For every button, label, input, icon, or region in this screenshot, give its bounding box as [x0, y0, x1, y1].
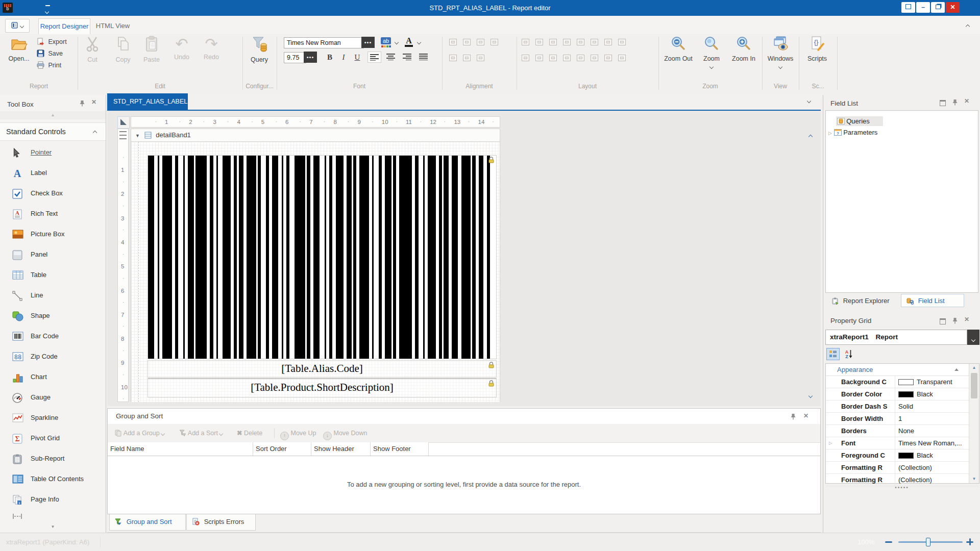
bold-button[interactable]: B — [324, 52, 336, 63]
category-row-appearance[interactable]: Appearance — [826, 364, 979, 376]
property-value[interactable]: Transparent — [895, 376, 969, 388]
scroll-up-icon[interactable]: ▲ — [969, 364, 979, 372]
font-size-input[interactable]: 9.75 — [284, 52, 306, 63]
font-color-button[interactable]: A — [403, 37, 414, 48]
windows-button[interactable]: Windows — [764, 36, 797, 70]
save-button[interactable]: Save — [37, 48, 63, 59]
font-color-dropdown-icon[interactable] — [417, 40, 421, 44]
restore-button[interactable] — [931, 2, 945, 13]
tab-scripts-errors[interactable]: {}✕ Scripts Errors — [186, 514, 256, 531]
field-list-maximize-icon[interactable] — [940, 100, 946, 106]
zoom-slider-thumb[interactable] — [926, 538, 930, 546]
fullscreen-button[interactable] — [901, 2, 915, 13]
tab-report-designer[interactable]: Report Designer — [38, 18, 90, 34]
status-zoom-out-button[interactable] — [885, 541, 892, 543]
column-header-sort-order[interactable]: Sort Order — [253, 442, 311, 456]
property-row[interactable]: ▷FontTimes New Roman,... — [826, 437, 979, 449]
band-canvas[interactable]: [Table.Alias.Code] [Table.Product.ShortD… — [131, 142, 500, 402]
toolbox-pin-icon[interactable] — [79, 100, 85, 107]
band-collapse-icon[interactable] — [119, 131, 127, 139]
horizontal-ruler[interactable]: 1234567891011121314··············· — [131, 116, 500, 128]
zoom-button[interactable]: Zoom — [697, 36, 726, 70]
zoom-out-button[interactable]: Zoom Out — [662, 36, 695, 62]
font-size-more-button[interactable]: ••• — [304, 52, 317, 63]
group-sort-close-icon[interactable]: ✕ — [803, 412, 808, 419]
field-list-close-icon[interactable]: ✕ — [964, 97, 969, 105]
property-value[interactable]: None — [895, 425, 969, 437]
toolbox-item-pointer[interactable]: Pointer — [0, 143, 106, 163]
property-value[interactable]: Black — [895, 388, 969, 400]
toolbox-item-barcode[interactable]: Bar Code — [0, 327, 106, 347]
query-button[interactable]: Query — [244, 36, 275, 63]
toolbox-item-sparkline[interactable]: Sparkline — [0, 408, 106, 429]
font-family-combo[interactable]: Times New Roman — [284, 37, 364, 48]
short-description-label-control[interactable]: [Table.Product.ShortDescription] — [148, 378, 497, 397]
toolbox-item-toc[interactable]: Table Of Contents — [0, 469, 106, 490]
property-grid-pin-icon[interactable] — [952, 317, 958, 324]
status-zoom-in-button[interactable] — [966, 538, 973, 545]
property-value[interactable]: (Collection) — [895, 474, 969, 486]
collapse-ribbon-icon[interactable] — [966, 24, 970, 29]
open-button[interactable]: Open... — [4, 36, 34, 62]
property-value[interactable]: Times New Roman,... — [895, 437, 969, 449]
property-row[interactable]: Border Width1 — [826, 413, 979, 425]
export-button[interactable]: Export — [37, 37, 67, 47]
toolbox-item-gauge[interactable]: Gauge — [0, 388, 106, 408]
barcode-control[interactable] — [148, 155, 497, 359]
field-list-pin-icon[interactable] — [952, 99, 958, 106]
toolbox-item-chart[interactable]: Chart — [0, 367, 106, 388]
toolbox-item-table[interactable]: Table — [0, 265, 106, 286]
underline-button[interactable]: U — [351, 52, 363, 63]
close-button[interactable]: ✕ — [946, 2, 960, 13]
toolbox-close-icon[interactable]: ✕ — [91, 98, 96, 106]
scrollbar-thumb[interactable] — [971, 373, 977, 398]
column-header-field-name[interactable]: Field Name — [108, 442, 253, 456]
column-header-show-footer[interactable]: Show Footer — [371, 442, 429, 456]
property-row[interactable]: Formatting R(Collection) — [826, 462, 979, 474]
report-page[interactable]: ▼ detailBand1 [Table.Alias.Code] [Table.… — [131, 129, 500, 402]
property-value[interactable]: Black — [895, 449, 969, 461]
tab-report-explorer[interactable]: Report Explorer — [825, 294, 900, 308]
align-right-button[interactable] — [400, 52, 414, 63]
property-row[interactable]: Foreground CBlack — [826, 449, 979, 462]
property-value[interactable]: (Collection) — [895, 462, 969, 473]
toolbox-item-checkbox[interactable]: Check Box — [0, 184, 106, 204]
align-center-button[interactable] — [384, 52, 398, 63]
tab-group-and-sort[interactable]: Group and Sort — [109, 514, 186, 531]
design-scroll-down-icon[interactable] — [808, 394, 813, 398]
scripts-button[interactable]: {} Scripts — [801, 36, 833, 62]
zoom-dropdown-icon[interactable] — [709, 65, 714, 69]
tab-field-list[interactable]: Field List — [901, 294, 964, 307]
tree-item-parameters[interactable]: ▷ ? Parameters — [826, 127, 978, 138]
alphabetical-sort-button[interactable]: AZ — [842, 348, 855, 360]
property-row[interactable]: Background CTransparent — [826, 376, 979, 388]
italic-button[interactable]: I — [338, 52, 349, 63]
property-grid-scrollbar[interactable]: ▲ ▼ — [969, 364, 979, 483]
toolbox-item-label[interactable]: A Label — [0, 163, 106, 184]
category-collapse-icon[interactable] — [954, 368, 959, 371]
toolbox-scroll-down[interactable]: ▼ — [0, 524, 106, 532]
document-tab[interactable]: STD_RPT_ALIAS_LABEL ✕ — [107, 93, 188, 110]
tab-html-view[interactable]: HTML View — [93, 18, 133, 34]
highlight-dropdown-icon[interactable] — [395, 40, 399, 44]
panel-splitter-handle[interactable]: ••••• — [823, 486, 980, 491]
band-expand-icon[interactable]: ▼ — [135, 133, 140, 138]
windows-dropdown-icon[interactable] — [778, 65, 782, 69]
tree-item-queries[interactable]: Queries — [826, 116, 978, 127]
alias-code-label-control[interactable]: [Table.Alias.Code] — [148, 360, 497, 378]
toolbox-item-richtext[interactable]: A Rich Text — [0, 204, 106, 224]
toolbox-item-picturebox[interactable]: Picture Box — [0, 224, 106, 245]
toolbox-item-line[interactable]: Line — [0, 286, 106, 306]
object-selector[interactable]: xtraReport1 Report — [825, 330, 967, 345]
property-grid-close-icon[interactable]: ✕ — [964, 316, 969, 323]
expander-icon[interactable]: ▷ — [828, 131, 832, 136]
detail-band-header[interactable]: ▼ detailBand1 — [131, 129, 500, 142]
toolbox-item-subreport[interactable]: Sub-Report — [0, 449, 106, 469]
toolbox-section-header[interactable]: Standard Controls — [0, 122, 106, 141]
toolbox-item-shape[interactable]: Shape — [0, 306, 106, 327]
print-button[interactable]: Print — [37, 60, 61, 70]
toolbox-item-pagebreak-partial[interactable] — [0, 510, 106, 523]
property-grid-maximize-icon[interactable] — [940, 318, 946, 324]
property-row[interactable]: Border ColorBlack — [826, 388, 979, 400]
align-left-button[interactable] — [368, 52, 381, 63]
